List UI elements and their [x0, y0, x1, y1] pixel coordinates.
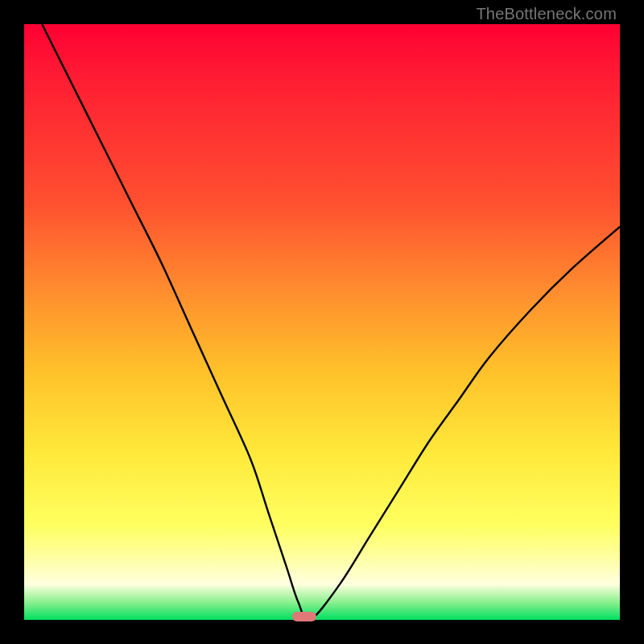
- chart-frame: TheBottleneck.com: [0, 0, 644, 644]
- optimal-marker: [292, 612, 316, 621]
- curve-layer: [24, 24, 620, 620]
- attribution-text: TheBottleneck.com: [476, 5, 617, 23]
- bottleneck-curve: [42, 24, 620, 620]
